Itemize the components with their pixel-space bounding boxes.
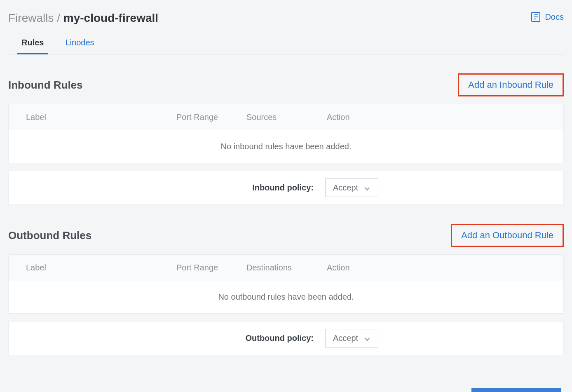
outbound-empty-message: No outbound rules have been added.: [9, 281, 563, 313]
breadcrumb-current: my-cloud-firewall: [63, 12, 158, 24]
save-changes-button[interactable]: Save Changes: [471, 388, 561, 392]
outbound-policy-label: Outbound policy:: [9, 333, 314, 343]
outbound-policy-select[interactable]: Accept: [325, 329, 378, 347]
inbound-rules-table: Label Port Range Sources Action No inbou…: [8, 104, 564, 163]
footer-actions: Discard Changes Save Changes: [8, 388, 564, 392]
page-header: Firewalls / my-cloud-firewall Docs: [8, 8, 564, 32]
inbound-empty-message: No inbound rules have been added.: [9, 130, 563, 163]
inbound-table-head: Label Port Range Sources Action: [9, 104, 563, 130]
add-outbound-rule-button[interactable]: Add an Outbound Rule: [451, 224, 564, 247]
document-icon: [531, 12, 541, 22]
breadcrumb-separator: /: [54, 12, 63, 24]
tab-bar: Rules Linodes: [8, 32, 564, 54]
breadcrumb-parent[interactable]: Firewalls: [8, 12, 54, 24]
outbound-col-action: Action: [318, 255, 563, 281]
tab-linodes[interactable]: Linodes: [63, 32, 96, 54]
breadcrumb: Firewalls / my-cloud-firewall: [8, 12, 158, 25]
discard-changes-button[interactable]: Discard Changes: [377, 388, 459, 392]
docs-link[interactable]: Docs: [531, 12, 564, 22]
add-inbound-rule-button[interactable]: Add an Inbound Rule: [458, 73, 564, 96]
chevron-down-icon: [364, 335, 370, 342]
firewall-rules-page: Firewalls / my-cloud-firewall Docs Rules…: [8, 8, 564, 392]
outbound-table-head: Label Port Range Destinations Action: [9, 255, 563, 281]
outbound-rules-table: Label Port Range Destinations Action No …: [8, 254, 564, 314]
outbound-col-label: Label: [9, 255, 167, 281]
docs-label: Docs: [545, 12, 564, 22]
inbound-section-head: Inbound Rules Add an Inbound Rule: [8, 71, 564, 104]
inbound-policy-label: Inbound policy:: [9, 183, 314, 192]
outbound-policy-row: Outbound policy: Accept: [8, 321, 564, 355]
inbound-policy-select[interactable]: Accept: [325, 178, 378, 197]
inbound-col-action: Action: [318, 104, 563, 130]
inbound-policy-row: Inbound policy: Accept: [8, 171, 564, 205]
inbound-col-label: Label: [9, 104, 167, 130]
outbound-title: Outbound Rules: [8, 229, 91, 242]
outbound-col-destinations: Destinations: [237, 255, 318, 281]
inbound-policy-value: Accept: [333, 183, 358, 192]
chevron-down-icon: [364, 185, 370, 191]
tab-rules[interactable]: Rules: [20, 32, 45, 54]
inbound-col-sources: Sources: [237, 104, 318, 130]
outbound-col-port-range: Port Range: [167, 255, 237, 281]
inbound-title: Inbound Rules: [8, 79, 83, 92]
outbound-policy-value: Accept: [333, 333, 358, 343]
inbound-col-port-range: Port Range: [167, 104, 237, 130]
outbound-section-head: Outbound Rules Add an Outbound Rule: [8, 221, 564, 254]
